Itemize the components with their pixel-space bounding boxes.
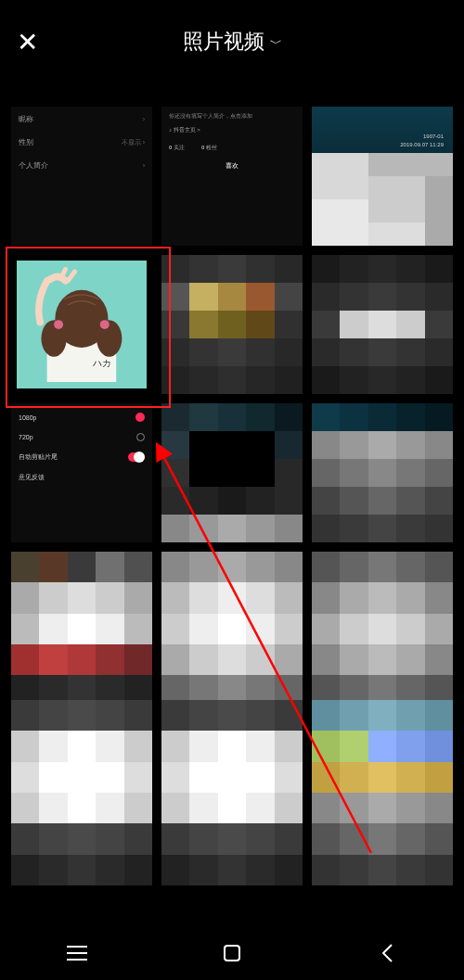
- thumbnail[interactable]: [161, 700, 303, 885]
- music-link: 抖音主页 >: [174, 127, 200, 133]
- nav-back-button[interactable]: [375, 941, 399, 965]
- media-grid: 昵称› 性别不显示 › 个人简介› 你还没有填写个人简介，点击添加 ♪ 抖音主页…: [11, 107, 453, 917]
- svg-point-4: [54, 320, 63, 329]
- thumbnail-selected[interactable]: ハカ: [17, 261, 147, 388]
- thumbnail[interactable]: [312, 700, 453, 885]
- music-icon: ♪: [169, 127, 172, 133]
- thumbnail[interactable]: 1080p 720p 自动剪贴片尾 意见反馈: [11, 403, 152, 542]
- bio-hint: 你还没有填写个人简介，点击添加: [169, 112, 295, 121]
- stat-label: 粉丝: [206, 145, 217, 150]
- chevron-down-icon: ﹀: [270, 35, 282, 52]
- file-name: 1907-01: [400, 133, 444, 141]
- resolution-option: 720p: [19, 434, 33, 440]
- thumbnail[interactable]: [161, 255, 303, 394]
- toggle-label: 自动剪贴片尾: [19, 452, 58, 462]
- system-nav-bar: [0, 926, 464, 980]
- thumbnail[interactable]: [11, 700, 152, 885]
- album-selector[interactable]: 照片视频 ﹀: [183, 28, 282, 56]
- thumbnail[interactable]: [161, 403, 303, 542]
- setting-value: 不显示 ›: [122, 138, 145, 147]
- nav-menu-button[interactable]: [65, 941, 89, 965]
- file-date: 2019.09.07 11:29: [400, 141, 444, 149]
- chevron-right-icon: ›: [143, 116, 145, 122]
- thumbnail[interactable]: [312, 255, 453, 394]
- svg-point-5: [100, 320, 110, 329]
- setting-label: 性别: [19, 137, 33, 147]
- stat-label: 关注: [174, 145, 185, 150]
- setting-label: 个人简介: [19, 160, 48, 171]
- radio-unselected-icon: [136, 433, 145, 441]
- radio-selected-icon: [135, 413, 145, 422]
- thumbnail-row: [11, 700, 453, 885]
- page-title: 照片视频: [183, 28, 264, 56]
- stat-number: 0: [169, 145, 172, 150]
- thumbnail[interactable]: 1907-01 2019.09.07 11:29: [312, 107, 453, 246]
- nav-home-button[interactable]: [220, 941, 244, 965]
- stat-number: 0: [201, 145, 204, 150]
- tab-like: 喜欢: [169, 161, 295, 171]
- svg-text:ハカ: ハカ: [92, 358, 111, 368]
- setting-label: 昵称: [19, 114, 33, 124]
- close-button[interactable]: ✕: [17, 27, 38, 57]
- feedback-link: 意见反馈: [19, 473, 45, 482]
- header: ✕ 照片视频 ﹀: [0, 0, 464, 74]
- chevron-right-icon: ›: [143, 162, 145, 169]
- resolution-option: 1080p: [19, 414, 36, 421]
- svg-rect-8: [225, 946, 239, 961]
- thumbnail[interactable]: 昵称› 性别不显示 › 个人简介›: [11, 107, 152, 246]
- thumbnail[interactable]: 你还没有填写个人简介，点击添加 ♪ 抖音主页 > 0 关注 0 粉丝 喜欢: [161, 107, 303, 246]
- thumbnail[interactable]: [312, 403, 453, 542]
- avatar-illustration: ハカ: [23, 267, 140, 382]
- toggle-on-icon: [128, 452, 145, 462]
